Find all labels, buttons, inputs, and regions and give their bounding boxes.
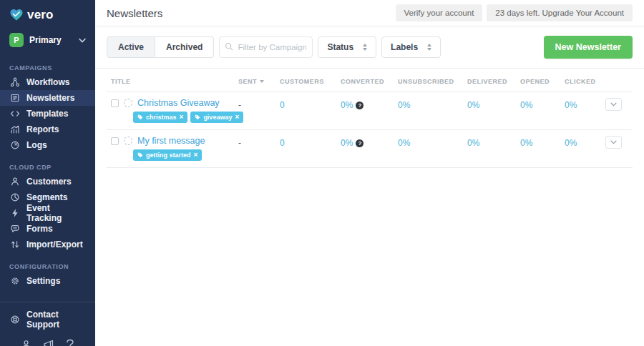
pie-chart-icon [9,192,20,202]
contact-support-label: Contact Support [26,310,86,330]
campaign-title-link[interactable]: Christmas Giveaway [137,98,220,108]
megaphone-icon[interactable] [43,339,54,346]
sidebar-item-settings[interactable]: Settings [0,273,95,289]
vero-heart-icon [9,9,24,21]
campaign-title-link[interactable]: My first message [137,136,205,146]
label-tag[interactable]: getting started × [133,149,202,161]
label-tag[interactable]: giveaway × [190,112,243,123]
customers-value[interactable]: 0 [280,136,341,148]
clicked-value[interactable]: 0% [565,136,601,148]
sidebar-footer-icons [9,339,86,346]
sidebar-item-newsletters[interactable]: Newsletters [0,90,95,106]
converted-value[interactable]: 0% [341,100,353,110]
active-archived-toggle: Active Archived [107,36,214,58]
sidebar-item-label: Customers [26,177,72,187]
newsletters-table: TITLE SENT CUSTOMERS CONVERTED UNSUBSCRI… [95,69,644,168]
chevron-down-icon [610,102,617,107]
tag-label: christmas [146,114,177,121]
sidebar-item-templates[interactable]: Templates [0,106,95,122]
row-actions-button[interactable] [605,98,622,111]
column-header-unsubscribed: UNSUBSCRIBED [398,78,467,85]
sidebar-item-event-tracking[interactable]: Event Tracking [0,205,95,221]
tab-active[interactable]: Active [107,36,155,58]
remove-tag-icon[interactable]: × [235,114,239,120]
gear-icon [9,276,20,286]
opened-value[interactable]: 0% [520,98,565,110]
column-header-converted: CONVERTED [341,78,398,85]
help-badge-icon[interactable]: ? [356,102,364,109]
page-header: Newsletters Verify your account 23 days … [95,0,644,26]
column-header-delivered: DELIVERED [467,78,520,85]
tag-label: giveaway [203,114,232,121]
verify-account-button[interactable]: Verify your account [396,4,483,21]
unsubscribed-value[interactable]: 0% [398,98,467,110]
column-header-sent[interactable]: SENT [238,78,280,85]
label-tag[interactable]: christmas × [133,112,187,123]
support-block: Contact Support [0,302,95,346]
sidebar-item-label: Settings [26,276,60,286]
gauge-icon [9,140,20,150]
page-title: Newsletters [107,7,162,19]
chat-bubble-icon [9,224,20,234]
newsletter-icon [9,93,20,103]
sent-value: - [238,98,280,110]
sidebar-item-forms[interactable]: Forms [0,221,95,237]
delivered-value[interactable]: 0% [467,136,520,148]
draft-status-icon [124,99,132,107]
contact-support-button[interactable]: Contact Support [9,310,86,330]
row-actions-button[interactable] [605,136,622,149]
sidebar-item-label: Event Tracking [26,203,86,223]
delivered-value[interactable]: 0% [467,98,520,110]
logo-wordmark: vero [27,8,54,22]
chart-icon [9,124,20,134]
row-checkbox[interactable] [111,137,119,145]
clicked-value[interactable]: 0% [565,98,601,110]
sidebar-item-label: Import/Export [26,239,83,249]
workflow-icon [9,77,20,87]
draft-status-icon [124,137,132,145]
vero-logo[interactable]: vero [0,0,95,26]
help-icon[interactable] [66,339,74,346]
column-header-customers: CUSTOMERS [280,78,341,85]
remove-tag-icon[interactable]: × [194,152,198,158]
help-badge-icon[interactable]: ? [356,139,364,147]
search-icon [225,42,233,51]
tag-label: getting started [146,152,191,159]
status-dropdown[interactable]: Status [318,36,376,58]
up-down-arrows-icon [363,44,367,51]
column-header-clicked: CLICKED [565,78,601,85]
remove-tag-icon[interactable]: × [180,114,184,120]
workspace-switcher[interactable]: P Primary [0,26,95,54]
new-newsletter-button[interactable]: New Newsletter [544,36,633,59]
row-title-line: My first message [111,136,238,146]
unsubscribed-value[interactable]: 0% [398,136,467,148]
tab-archived[interactable]: Archived [155,36,214,58]
sidebar-item-reports[interactable]: Reports [0,122,95,137]
upgrade-account-button[interactable]: 23 days left. Upgrade Your Account [487,4,633,21]
row-tags: getting started × [133,149,238,161]
opened-value[interactable]: 0% [520,136,565,148]
import-export-arrows-icon [9,239,20,249]
main-content: Newsletters Verify your account 23 days … [95,0,644,346]
labels-dropdown[interactable]: Labels [381,36,441,58]
tag-icon [195,114,200,120]
sidebar-item-label: Logs [26,140,47,150]
workspace-avatar: P [9,33,24,47]
sidebar-item-workflows[interactable]: Workflows [0,74,95,90]
sidebar-item-logs[interactable]: Logs [0,137,95,153]
chevron-down-icon [79,38,86,43]
topbar-actions: Verify your account 23 days left. Upgrad… [396,4,633,21]
column-header-title: TITLE [107,78,238,85]
tag-icon [137,152,143,158]
customers-value[interactable]: 0 [280,98,341,110]
sidebar-item-customers[interactable]: Customers [0,174,95,189]
sidebar: vero P Primary CAMPAIGNS Workflows Newsl… [0,0,95,346]
user-icon[interactable] [21,339,31,346]
sidebar-spacer [0,289,95,302]
table-row: Christmas Giveaway christmas × giveaway … [107,92,633,130]
converted-value[interactable]: 0% [341,138,353,148]
row-checkbox[interactable] [111,99,119,107]
sidebar-item-import-export[interactable]: Import/Export [0,237,95,252]
lightning-icon [9,208,20,218]
sidebar-item-label: Templates [26,109,68,119]
